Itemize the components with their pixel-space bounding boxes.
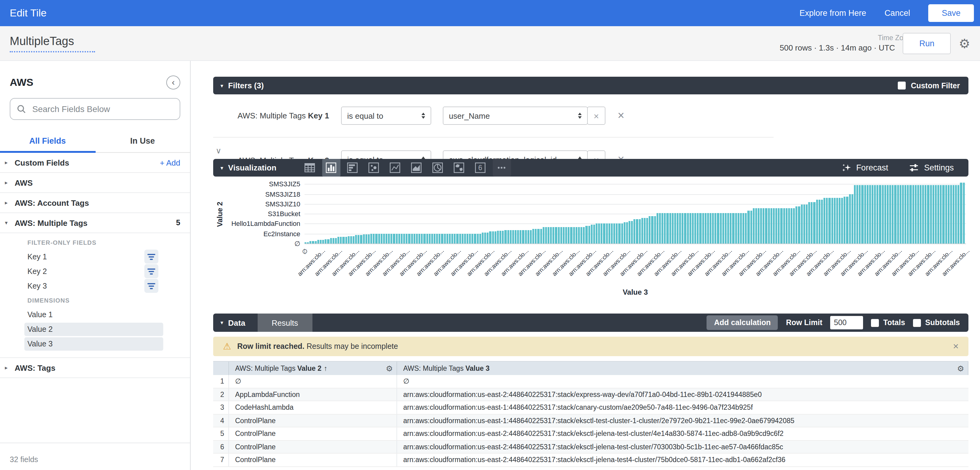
viz-type-column-icon[interactable] [322, 159, 340, 176]
run-button[interactable]: Run [903, 33, 951, 54]
scroll-chevron-icon[interactable]: ∨ [216, 146, 221, 155]
sidebar-field-key-1[interactable]: Key 1 [0, 249, 190, 264]
tab-in-use[interactable]: In Use [95, 131, 190, 152]
totals-checkbox[interactable] [871, 319, 879, 327]
bar [416, 233, 418, 243]
cell-value-2[interactable]: CodeHashLambda [229, 401, 397, 414]
remove-filter-value-button[interactable]: × [587, 106, 605, 125]
filter-operator-select[interactable]: is equal to [341, 106, 431, 125]
bar [692, 213, 694, 243]
sidebar-field-value-2[interactable]: Value 2 [0, 322, 190, 337]
row-number: 7 [213, 454, 229, 466]
forecast-button[interactable]: Forecast [841, 162, 888, 173]
viz-type-bar-icon[interactable] [344, 159, 362, 176]
field-tabs: All Fields In Use [0, 131, 190, 153]
filter-field-icon[interactable] [144, 279, 158, 293]
save-button[interactable]: Save [928, 4, 974, 22]
bar [502, 231, 504, 243]
column-gear-icon[interactable]: ⚙ [386, 364, 393, 373]
tab-results[interactable]: Results [257, 314, 312, 332]
subtotals-checkbox[interactable] [913, 319, 921, 327]
bar [694, 213, 696, 243]
cell-value-2[interactable]: AppLambdaFunction [229, 388, 397, 400]
cell-value-2[interactable]: ControlPlane [229, 440, 397, 453]
sidebar-field-value-3[interactable]: Value 3 [0, 337, 190, 351]
search-input[interactable] [31, 103, 173, 114]
remove-filter-icon[interactable]: × [617, 109, 624, 122]
tab-all-fields[interactable]: All Fields [0, 131, 95, 152]
bar [639, 219, 640, 243]
custom-filter-toggle[interactable]: Custom Filter [898, 81, 969, 90]
row-limit-input[interactable] [830, 316, 863, 329]
remove-filter-icon[interactable]: × [617, 153, 624, 159]
sidebar-field-key-3[interactable]: Key 3 [0, 279, 190, 294]
sidebar-group-aws-tags[interactable]: ▸AWS: Tags [0, 358, 190, 378]
bar [378, 233, 380, 243]
cell-value-3[interactable]: arn:aws:cloudformation:us-east-2:4486402… [397, 454, 969, 466]
cell-value-2[interactable]: ControlPlane [229, 454, 397, 466]
column-gear-icon[interactable]: ⚙ [957, 364, 964, 373]
filter-value-select[interactable]: aws_cloudformation_logical_id [443, 150, 588, 159]
cell-value-3[interactable]: arn:aws:cloudformation:us-east-1:4486402… [397, 401, 969, 414]
column-header-value-3[interactable]: AWS: Multiple Tags Value 3⚙ [397, 362, 969, 375]
cell-value-2[interactable]: ControlPlane [229, 427, 397, 440]
bar [677, 213, 679, 243]
gridline [304, 243, 966, 244]
dismiss-warning-icon[interactable]: × [953, 341, 959, 352]
totals-toggle[interactable]: Totals [871, 318, 905, 327]
viz-type-single-value-icon[interactable]: 6 [471, 159, 490, 176]
bar [320, 240, 321, 243]
viz-type-line-icon[interactable] [386, 159, 404, 176]
remove-filter-value-button[interactable]: × [587, 150, 605, 159]
bar [545, 227, 547, 243]
sort-arrow-icon: ↑ [324, 365, 328, 372]
cell-value-3[interactable]: arn:aws:cloudformation:us-east-2:4486402… [397, 440, 969, 453]
viz-type-area-icon[interactable] [407, 159, 426, 176]
viz-type-scatter-icon[interactable] [365, 159, 383, 176]
cell-value-2[interactable]: ∅ [229, 375, 397, 387]
sidebar-group-aws[interactable]: ▸AWS [0, 173, 190, 193]
viz-type-table-icon[interactable] [301, 159, 319, 176]
filter-value-select[interactable]: user_Name [443, 106, 588, 125]
bar [573, 227, 575, 243]
bar [887, 185, 889, 243]
bar [950, 185, 952, 243]
bar [682, 213, 684, 243]
visualization-section-header[interactable]: ▾ Visualization 6 Forecast Settings [213, 159, 969, 176]
data-section-header[interactable]: ▾ Data Results Add calculation Row Limit… [213, 314, 969, 332]
sidebar-group-custom-fields[interactable]: ▸Custom Fields+ Add [0, 153, 190, 173]
cell-value-3[interactable]: arn:aws:cloudformation:us-east-2:4486402… [397, 427, 969, 440]
sidebar-field-key-2[interactable]: Key 2 [0, 264, 190, 279]
bar [702, 213, 704, 243]
viz-settings-button[interactable]: Settings [909, 162, 954, 173]
filter-field-label: AWS: Multiple Tags Key 1 [237, 111, 329, 120]
viz-type-pie-icon[interactable] [429, 159, 447, 176]
filter-field-icon[interactable] [144, 249, 158, 264]
query-settings-gear-icon[interactable]: ⚙ [959, 37, 970, 49]
bar [930, 185, 932, 243]
explore-from-here-button[interactable]: Explore from Here [799, 8, 866, 17]
sidebar-group-aws-multiple-tags[interactable]: ▾AWS: Multiple Tags5 [0, 213, 190, 233]
sidebar-group-aws-account-tags[interactable]: ▸AWS: Account Tags [0, 193, 190, 213]
cancel-button[interactable]: Cancel [885, 8, 910, 17]
add-calculation-button[interactable]: Add calculation [707, 315, 778, 330]
bar [451, 233, 453, 243]
query-title[interactable]: MultipleTags [10, 34, 95, 52]
column-header-value-2[interactable]: AWS: Multiple Tags Value 2↑⚙ [229, 362, 397, 375]
subtotals-toggle[interactable]: Subtotals [913, 318, 960, 327]
add-custom-field-button[interactable]: + Add [160, 158, 180, 167]
collapse-sidebar-button[interactable]: ‹ [166, 76, 180, 89]
filter-field-icon[interactable] [144, 264, 158, 278]
custom-filter-checkbox[interactable] [898, 82, 906, 89]
viz-type-map-icon[interactable] [450, 159, 468, 176]
cell-value-2[interactable]: ControlPlane [229, 414, 397, 427]
filters-section-header[interactable]: ▾ Filters (3) Custom Filter [213, 77, 969, 94]
viz-type-more-icon[interactable] [493, 159, 511, 176]
sidebar-field-value-1[interactable]: Value 1 [0, 308, 190, 322]
cell-value-3[interactable]: arn:aws:cloudformation:us-east-2:4486402… [397, 388, 969, 400]
cell-value-3[interactable]: arn:aws:cloudformation:us-east-1:4486402… [397, 414, 969, 427]
cell-value-3[interactable]: ∅ [397, 375, 969, 387]
bar [350, 236, 352, 243]
filter-operator-select[interactable]: is equal to [341, 150, 431, 159]
custom-filter-label: Custom Filter [911, 81, 960, 90]
